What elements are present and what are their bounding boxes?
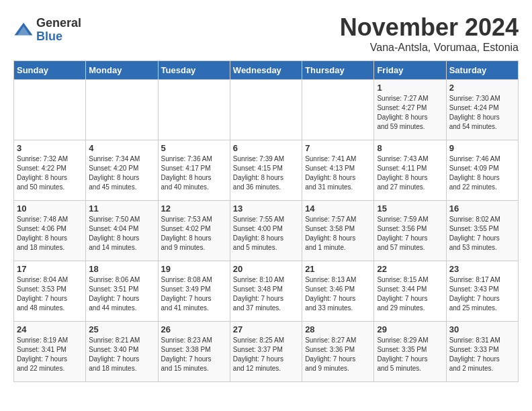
day-number: 12 bbox=[161, 203, 227, 214]
week-row-3: 10Sunrise: 7:48 AM Sunset: 4:06 PM Dayli… bbox=[14, 201, 519, 261]
day-number: 18 bbox=[89, 264, 154, 274]
day-info: Sunrise: 8:15 AM Sunset: 3:44 PM Dayligh… bbox=[377, 275, 443, 313]
day-number: 6 bbox=[233, 143, 299, 153]
day-number: 14 bbox=[305, 203, 371, 214]
day-cell: 12Sunrise: 7:53 AM Sunset: 4:02 PM Dayli… bbox=[158, 201, 230, 261]
day-number: 10 bbox=[17, 203, 83, 214]
header-saturday: Saturday bbox=[446, 61, 518, 80]
day-info: Sunrise: 7:39 AM Sunset: 4:15 PM Dayligh… bbox=[233, 154, 299, 192]
day-number: 9 bbox=[449, 143, 515, 153]
day-number: 15 bbox=[377, 203, 443, 214]
day-info: Sunrise: 7:34 AM Sunset: 4:20 PM Dayligh… bbox=[89, 154, 154, 192]
day-info: Sunrise: 8:27 AM Sunset: 3:36 PM Dayligh… bbox=[305, 336, 371, 373]
day-info: Sunrise: 7:30 AM Sunset: 4:24 PM Dayligh… bbox=[449, 94, 515, 132]
day-number: 4 bbox=[89, 143, 154, 153]
day-number: 23 bbox=[449, 264, 515, 274]
week-row-2: 3Sunrise: 7:32 AM Sunset: 4:22 PM Daylig… bbox=[14, 140, 519, 201]
day-number: 30 bbox=[449, 324, 515, 334]
day-info: Sunrise: 7:50 AM Sunset: 4:04 PM Dayligh… bbox=[89, 215, 154, 253]
day-number: 13 bbox=[233, 203, 299, 214]
day-info: Sunrise: 8:02 AM Sunset: 3:55 PM Dayligh… bbox=[449, 215, 515, 253]
day-cell: 29Sunrise: 8:29 AM Sunset: 3:35 PM Dayli… bbox=[374, 322, 446, 382]
day-number: 21 bbox=[305, 264, 371, 274]
day-info: Sunrise: 7:57 AM Sunset: 3:58 PM Dayligh… bbox=[305, 215, 371, 253]
day-cell: 5Sunrise: 7:36 AM Sunset: 4:17 PM Daylig… bbox=[158, 140, 230, 201]
day-cell: 15Sunrise: 7:59 AM Sunset: 3:56 PM Dayli… bbox=[374, 201, 446, 261]
day-number: 28 bbox=[305, 324, 371, 334]
day-info: Sunrise: 7:36 AM Sunset: 4:17 PM Dayligh… bbox=[161, 154, 227, 192]
day-number: 19 bbox=[161, 264, 227, 274]
day-number: 16 bbox=[449, 203, 515, 214]
day-cell: 13Sunrise: 7:55 AM Sunset: 4:00 PM Dayli… bbox=[230, 201, 302, 261]
day-info: Sunrise: 7:27 AM Sunset: 4:27 PM Dayligh… bbox=[377, 94, 443, 132]
calendar-table: SundayMondayTuesdayWednesdayThursdayFrid… bbox=[13, 60, 519, 382]
day-info: Sunrise: 8:06 AM Sunset: 3:51 PM Dayligh… bbox=[89, 275, 154, 313]
title-section: November 2024 Vana-Antsla, Vorumaa, Esto… bbox=[340, 13, 519, 54]
page-header: General Blue November 2024 Vana-Antsla, … bbox=[13, 13, 519, 54]
day-info: Sunrise: 7:41 AM Sunset: 4:13 PM Dayligh… bbox=[305, 154, 371, 192]
location-subtitle: Vana-Antsla, Vorumaa, Estonia bbox=[340, 42, 519, 54]
day-info: Sunrise: 8:21 AM Sunset: 3:40 PM Dayligh… bbox=[89, 336, 154, 373]
day-info: Sunrise: 8:08 AM Sunset: 3:49 PM Dayligh… bbox=[161, 275, 227, 313]
day-cell: 22Sunrise: 8:15 AM Sunset: 3:44 PM Dayli… bbox=[374, 261, 446, 322]
day-info: Sunrise: 7:53 AM Sunset: 4:02 PM Dayligh… bbox=[161, 215, 227, 253]
day-cell: 10Sunrise: 7:48 AM Sunset: 4:06 PM Dayli… bbox=[14, 201, 86, 261]
header-row: SundayMondayTuesdayWednesdayThursdayFrid… bbox=[14, 61, 519, 80]
day-cell: 27Sunrise: 8:25 AM Sunset: 3:37 PM Dayli… bbox=[230, 322, 302, 382]
day-cell: 2Sunrise: 7:30 AM Sunset: 4:24 PM Daylig… bbox=[446, 80, 518, 140]
logo-icon bbox=[13, 20, 34, 40]
logo-general: General bbox=[36, 17, 81, 30]
day-info: Sunrise: 8:23 AM Sunset: 3:38 PM Dayligh… bbox=[161, 336, 227, 373]
day-number: 11 bbox=[89, 203, 154, 214]
day-info: Sunrise: 8:31 AM Sunset: 3:33 PM Dayligh… bbox=[449, 336, 515, 373]
day-cell: 8Sunrise: 7:43 AM Sunset: 4:11 PM Daylig… bbox=[374, 140, 446, 201]
day-cell: 28Sunrise: 8:27 AM Sunset: 3:36 PM Dayli… bbox=[302, 322, 374, 382]
logo-blue: Blue bbox=[36, 30, 81, 44]
day-number: 1 bbox=[377, 83, 443, 93]
month-title: November 2024 bbox=[340, 13, 519, 42]
week-row-4: 17Sunrise: 8:04 AM Sunset: 3:53 PM Dayli… bbox=[14, 261, 519, 322]
day-info: Sunrise: 8:29 AM Sunset: 3:35 PM Dayligh… bbox=[377, 336, 443, 373]
day-cell bbox=[158, 80, 230, 140]
day-cell: 25Sunrise: 8:21 AM Sunset: 3:40 PM Dayli… bbox=[86, 322, 158, 382]
day-cell: 18Sunrise: 8:06 AM Sunset: 3:51 PM Dayli… bbox=[86, 261, 158, 322]
day-cell bbox=[230, 80, 302, 140]
day-info: Sunrise: 7:55 AM Sunset: 4:00 PM Dayligh… bbox=[233, 215, 299, 253]
day-number: 2 bbox=[449, 83, 515, 93]
day-cell: 26Sunrise: 8:23 AM Sunset: 3:38 PM Dayli… bbox=[158, 322, 230, 382]
day-number: 17 bbox=[17, 264, 83, 274]
header-sunday: Sunday bbox=[14, 61, 86, 80]
day-info: Sunrise: 7:32 AM Sunset: 4:22 PM Dayligh… bbox=[17, 154, 83, 192]
day-info: Sunrise: 7:59 AM Sunset: 3:56 PM Dayligh… bbox=[377, 215, 443, 253]
header-thursday: Thursday bbox=[302, 61, 374, 80]
header-monday: Monday bbox=[86, 61, 158, 80]
day-info: Sunrise: 7:46 AM Sunset: 4:09 PM Dayligh… bbox=[449, 154, 515, 192]
day-info: Sunrise: 7:48 AM Sunset: 4:06 PM Dayligh… bbox=[17, 215, 83, 253]
day-number: 25 bbox=[89, 324, 154, 334]
day-cell: 21Sunrise: 8:13 AM Sunset: 3:46 PM Dayli… bbox=[302, 261, 374, 322]
header-wednesday: Wednesday bbox=[230, 61, 302, 80]
day-cell: 17Sunrise: 8:04 AM Sunset: 3:53 PM Dayli… bbox=[14, 261, 86, 322]
day-number: 3 bbox=[17, 143, 83, 153]
day-info: Sunrise: 8:25 AM Sunset: 3:37 PM Dayligh… bbox=[233, 336, 299, 373]
day-number: 7 bbox=[305, 143, 371, 153]
day-cell: 24Sunrise: 8:19 AM Sunset: 3:41 PM Dayli… bbox=[14, 322, 86, 382]
day-cell: 20Sunrise: 8:10 AM Sunset: 3:48 PM Dayli… bbox=[230, 261, 302, 322]
day-number: 27 bbox=[233, 324, 299, 334]
day-cell: 4Sunrise: 7:34 AM Sunset: 4:20 PM Daylig… bbox=[86, 140, 158, 201]
day-cell bbox=[302, 80, 374, 140]
day-cell: 16Sunrise: 8:02 AM Sunset: 3:55 PM Dayli… bbox=[446, 201, 518, 261]
day-cell: 7Sunrise: 7:41 AM Sunset: 4:13 PM Daylig… bbox=[302, 140, 374, 201]
day-number: 8 bbox=[377, 143, 443, 153]
day-info: Sunrise: 8:19 AM Sunset: 3:41 PM Dayligh… bbox=[17, 336, 83, 373]
day-cell: 19Sunrise: 8:08 AM Sunset: 3:49 PM Dayli… bbox=[158, 261, 230, 322]
day-info: Sunrise: 8:04 AM Sunset: 3:53 PM Dayligh… bbox=[17, 275, 83, 313]
day-number: 20 bbox=[233, 264, 299, 274]
day-cell: 14Sunrise: 7:57 AM Sunset: 3:58 PM Dayli… bbox=[302, 201, 374, 261]
header-friday: Friday bbox=[374, 61, 446, 80]
day-number: 29 bbox=[377, 324, 443, 334]
day-number: 24 bbox=[17, 324, 83, 334]
calendar-header: SundayMondayTuesdayWednesdayThursdayFrid… bbox=[14, 61, 519, 80]
day-info: Sunrise: 8:13 AM Sunset: 3:46 PM Dayligh… bbox=[305, 275, 371, 313]
day-cell: 30Sunrise: 8:31 AM Sunset: 3:33 PM Dayli… bbox=[446, 322, 518, 382]
